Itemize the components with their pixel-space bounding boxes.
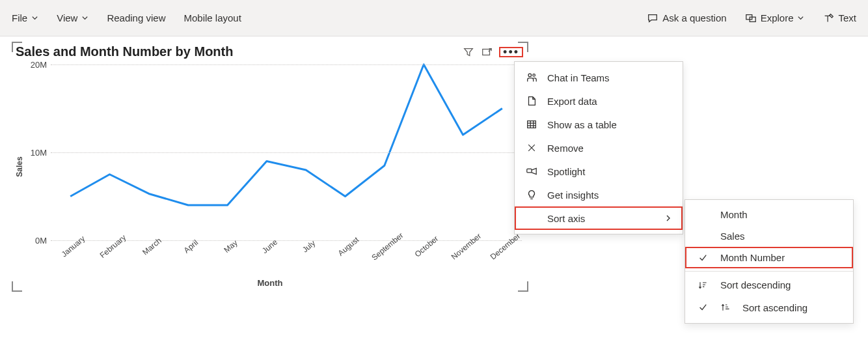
menu-divider	[685, 271, 853, 272]
grid-line	[51, 152, 522, 153]
file-label: File	[12, 12, 27, 23]
explore-menu[interactable]: Explore	[745, 12, 805, 24]
table-icon	[525, 118, 538, 131]
text-icon	[822, 12, 834, 24]
chart-visual[interactable]: Sales and Month Number by Month ••• Sale…	[13, 43, 527, 290]
y-axis-tick: 20M	[21, 60, 47, 70]
svg-rect-2	[483, 49, 490, 55]
menu-item-remove[interactable]: Remove	[515, 136, 683, 160]
chart-plot-area: 0M10M20MJanuaryFebruaryMarchAprilMayJune…	[51, 64, 522, 240]
ask-question-button[interactable]: Ask a question	[647, 12, 726, 24]
filter-icon[interactable]	[463, 46, 474, 58]
ellipsis-icon: •••	[503, 49, 519, 55]
svg-rect-5	[528, 121, 536, 128]
check-icon	[697, 303, 709, 312]
menu-item-spotlight[interactable]: Spotlight	[515, 160, 683, 183]
focus-mode-icon[interactable]	[481, 46, 493, 58]
sort-ascending[interactable]: Sort ascending	[685, 296, 853, 319]
y-axis-label: Sales	[15, 156, 24, 176]
chevron-down-icon	[797, 14, 804, 21]
chat-bubble-icon	[647, 12, 658, 24]
menu-item-show-table[interactable]: Show as a table	[515, 113, 683, 136]
export-icon	[525, 94, 538, 107]
explore-icon	[745, 12, 757, 24]
chevron-down-icon	[31, 14, 38, 21]
grid-line	[51, 64, 522, 65]
selection-handle[interactable]	[12, 281, 22, 292]
selection-handle[interactable]	[518, 42, 528, 52]
svg-rect-6	[527, 169, 532, 172]
sort-descending[interactable]: Sort descending	[685, 274, 853, 296]
chevron-down-icon	[81, 14, 88, 21]
svg-point-4	[533, 74, 536, 77]
text-button[interactable]: Text	[822, 12, 856, 24]
menu-item-export-data[interactable]: Export data	[515, 89, 683, 113]
reading-view-button[interactable]: Reading view	[107, 12, 165, 23]
view-label: View	[57, 12, 77, 23]
chart-title: Sales and Month Number by Month	[16, 44, 456, 59]
chart-line	[70, 64, 502, 205]
close-icon	[525, 141, 538, 154]
sort-option-month[interactable]: Month	[685, 204, 853, 225]
sort-option-sales[interactable]: Sales	[685, 225, 853, 247]
more-options-menu: Chat in Teams Export data Show as a tabl…	[514, 61, 683, 234]
chevron-right-icon	[664, 214, 672, 222]
menu-item-insights[interactable]: Get insights	[515, 183, 683, 206]
menu-item-chat-teams[interactable]: Chat in Teams	[515, 66, 683, 89]
spotlight-icon	[525, 165, 538, 178]
lightbulb-icon	[525, 188, 538, 201]
y-axis-tick: 0M	[21, 236, 47, 246]
sort-asc-icon	[720, 301, 731, 314]
top-toolbar: File View Reading view Mobile layout Ask…	[0, 0, 868, 36]
sort-option-month-number[interactable]: Month Number	[685, 247, 853, 268]
teams-icon	[525, 71, 538, 84]
menu-item-sort-axis[interactable]: Sort axis	[515, 206, 683, 230]
x-axis-label: Month	[13, 278, 527, 288]
y-axis-tick: 10M	[21, 148, 47, 158]
sort-desc-icon	[697, 280, 709, 290]
sort-axis-submenu: Month Sales Month Number Sort descending…	[685, 199, 854, 324]
mobile-layout-button[interactable]: Mobile layout	[183, 12, 241, 23]
selection-handle[interactable]	[518, 281, 528, 292]
file-menu[interactable]: File	[12, 12, 38, 23]
selection-handle[interactable]	[12, 42, 22, 52]
check-icon	[697, 253, 709, 262]
view-menu[interactable]: View	[57, 12, 88, 23]
svg-point-3	[528, 74, 532, 77]
